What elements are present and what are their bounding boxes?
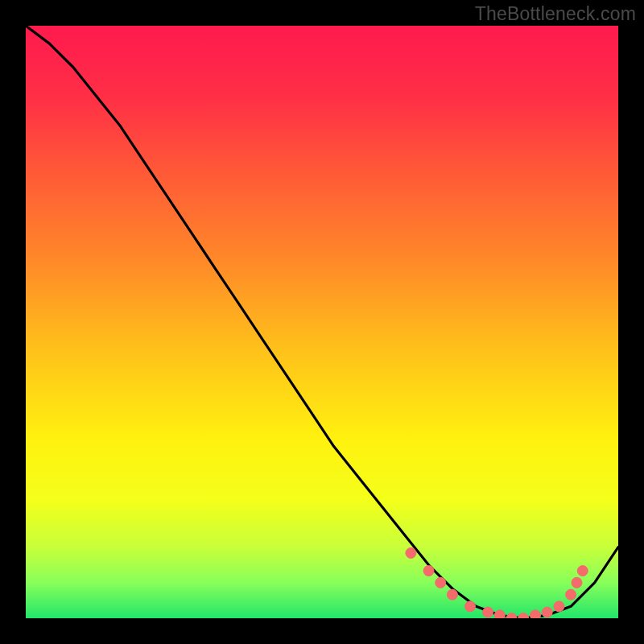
data-marker [530,610,541,618]
data-marker [465,601,476,612]
chart-frame: TheBottleneck.com [0,0,644,644]
data-marker [447,589,457,600]
data-marker [554,601,564,612]
watermark-text: TheBottleneck.com [475,3,636,25]
data-marker [542,607,552,617]
data-marker [566,589,576,600]
data-marker [494,610,505,618]
data-marker [483,607,493,617]
gradient-background [26,26,618,618]
chart-plot-area [26,26,618,618]
data-marker [406,548,416,559]
data-marker [423,566,434,576]
data-marker [572,577,582,588]
data-marker [577,566,588,576]
chart-svg [26,26,618,618]
data-marker [436,577,446,588]
